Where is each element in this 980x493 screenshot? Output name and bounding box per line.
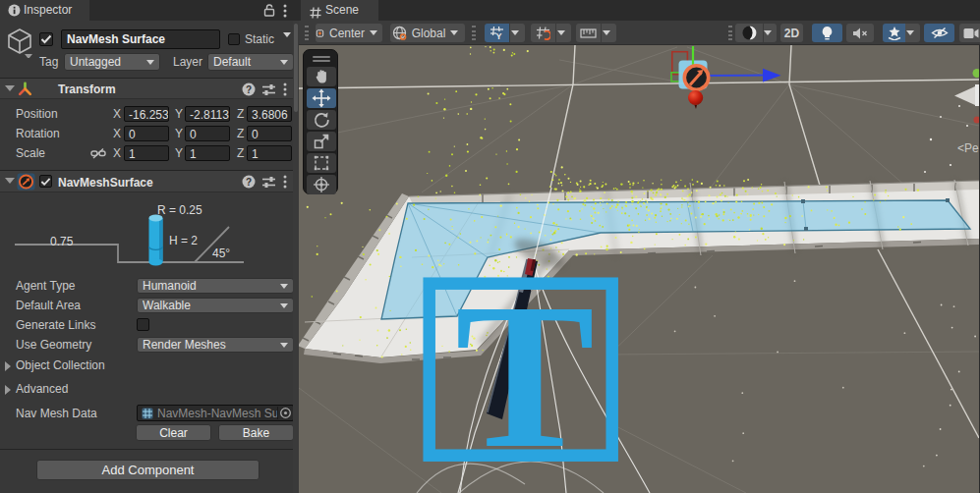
svg-text:?: ? [246, 177, 252, 188]
svg-text:Y: Y [495, 31, 501, 41]
svg-text:<Persp: <Persp [957, 141, 979, 155]
svg-text:0.75: 0.75 [50, 235, 74, 248]
svg-text:R = 0.25: R = 0.25 [157, 203, 202, 217]
svg-text:45°: 45° [212, 246, 230, 260]
svg-text:H = 2: H = 2 [169, 234, 198, 247]
svg-text:?: ? [246, 84, 252, 95]
svg-text:T: T [455, 259, 595, 491]
